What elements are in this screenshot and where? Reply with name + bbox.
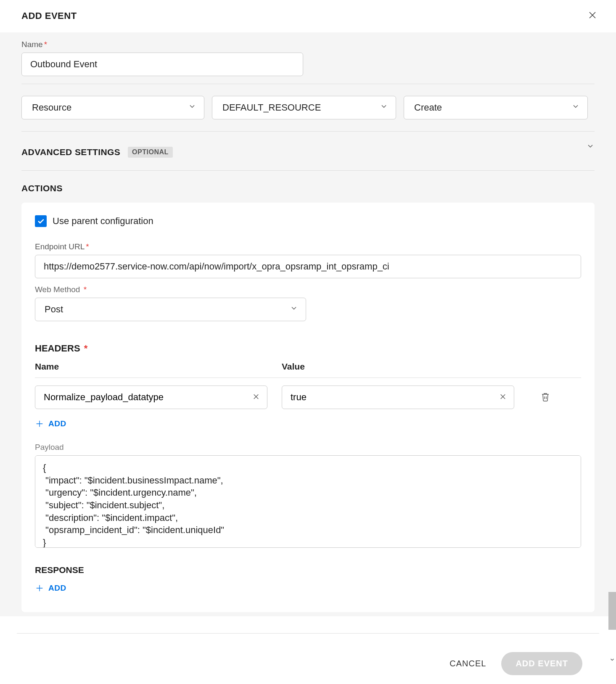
add-header-label: ADD [48,419,66,428]
add-header-button[interactable]: ADD [35,417,66,431]
plus-icon [35,584,44,593]
divider [21,131,595,132]
entity-type-value: Resource [32,102,71,113]
delete-header-button[interactable] [537,388,554,407]
payload-textarea[interactable] [35,455,581,548]
response-section-title: RESPONSE [35,565,581,575]
advanced-settings-title: ADVANCED SETTINGS OPTIONAL [21,147,173,158]
close-icon [587,10,597,20]
modal-header: ADD EVENT [0,0,616,32]
action-type-value: Create [414,102,442,113]
scrollbar-thumb[interactable] [608,592,616,630]
chevron-down-icon [586,142,595,152]
chevron-down-icon [380,102,388,113]
modal-body: Name* Resource DEFAULT_RESOURCE Create A… [0,32,616,616]
action-type-select[interactable]: Create [404,96,588,119]
headers-section-title: HEADERS * [35,343,581,354]
header-name-field [35,386,267,409]
trash-icon [540,391,550,402]
actions-section-title: ACTIONS [21,183,595,193]
cancel-button[interactable]: CANCEL [446,655,489,673]
required-asterisk: * [44,40,47,49]
endpoint-label-text: Endpoint URL [35,242,85,251]
clear-header-value-button[interactable] [497,391,508,404]
actions-card: Use parent configuration Endpoint URL* W… [21,203,595,612]
headers-col-value: Value [282,362,305,372]
advanced-settings-text: ADVANCED SETTINGS [21,147,120,157]
web-method-label-text: Web Method [35,285,80,294]
entity-type-select[interactable]: Resource [21,96,204,119]
add-event-modal: ADD EVENT Name* Resource DEFAULT_RESOURC… [0,0,616,684]
close-icon [252,393,260,401]
headers-title-text: HEADERS [35,343,80,354]
chevron-down-icon [571,102,580,113]
use-parent-label: Use parent configuration [53,216,153,227]
header-name-input[interactable] [35,386,267,409]
payload-label: Payload [35,443,581,452]
headers-col-name: Name [35,362,267,372]
headers-columns: Name Value [35,362,581,378]
use-parent-row: Use parent configuration [35,215,581,227]
header-value-field [282,386,514,409]
name-input[interactable] [21,53,303,76]
entity-select-row: Resource DEFAULT_RESOURCE Create [21,96,595,119]
name-label-text: Name [21,40,43,49]
required-asterisk: * [81,285,87,294]
scroll-down-icon[interactable] [609,655,615,661]
web-method-select[interactable]: Post [35,298,306,321]
header-row [35,386,581,409]
endpoint-label: Endpoint URL* [35,242,581,251]
optional-badge: OPTIONAL [128,147,173,158]
chevron-down-icon [188,102,196,113]
close-button[interactable] [586,8,599,23]
use-parent-checkbox[interactable] [35,215,47,227]
chevron-down-icon [290,304,298,315]
close-icon [499,393,507,401]
name-label: Name* [21,40,595,49]
header-value-input[interactable] [282,386,514,409]
advanced-settings-toggle[interactable]: ADVANCED SETTINGS OPTIONAL [21,144,595,160]
required-asterisk: * [82,343,88,354]
clear-header-name-button[interactable] [251,391,262,404]
endpoint-url-input[interactable] [35,255,581,278]
check-icon [37,217,45,225]
web-method-value: Post [45,304,63,314]
resource-select[interactable]: DEFAULT_RESOURCE [212,96,396,119]
add-response-label: ADD [48,584,66,593]
divider [21,170,595,171]
divider [21,84,595,84]
web-method-label: Web Method * [35,285,581,294]
modal-footer: CANCEL ADD EVENT [17,633,599,684]
required-asterisk: * [86,242,89,251]
add-response-button[interactable]: ADD [35,581,66,595]
add-event-button[interactable]: ADD EVENT [501,652,582,675]
plus-icon [35,419,44,428]
modal-title: ADD EVENT [21,11,77,21]
resource-value: DEFAULT_RESOURCE [222,102,321,113]
